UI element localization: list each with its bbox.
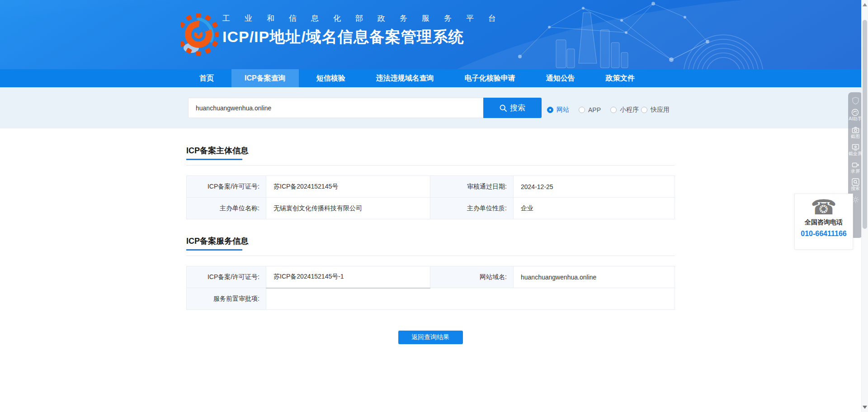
field-value: 苏ICP备2024152145号-1: [266, 266, 430, 288]
radio-dot-icon: [547, 107, 553, 113]
table-row: ICP备案/许可证号: 苏ICP备2024152145号 审核通过日期: 202…: [187, 176, 675, 198]
field-label: 服务前置审批项:: [187, 288, 266, 310]
search-tool-icon[interactable]: 搜索: [851, 178, 860, 192]
subject-section-title: ICP备案主体信息: [186, 145, 675, 156]
service-section-title: ICP备案服务信息: [186, 236, 675, 246]
contact-phone-number[interactable]: 010-66411166: [795, 230, 853, 238]
subject-info-table: ICP备案/许可证号: 苏ICP备2024152145号 审核通过日期: 202…: [186, 175, 675, 219]
scrollbar-thumb[interactable]: [863, 20, 867, 229]
field-value: 2024-12-25: [514, 176, 675, 198]
radio-mini-program[interactable]: 小程序: [610, 106, 639, 114]
main-nav: 首页 ICP备案查询 短信核验 违法违规域名查询 电子化核验申请 通知公告 政策…: [0, 69, 868, 87]
nav-item-illegal-domain-query[interactable]: 违法违规域名查询: [363, 69, 447, 87]
radio-website[interactable]: 网站: [547, 106, 569, 114]
service-info-table: ICP备案/许可证号: 苏ICP备2024152145号-1 网站域名: hua…: [186, 266, 675, 310]
service-info-block: ICP备案服务信息 ICP备案/许可证号: 苏ICP备2024152145号-1…: [186, 236, 675, 310]
section-divider: [186, 165, 675, 166]
search-type-radio-group: 网站 APP 小程序 快应用: [547, 106, 670, 114]
screen-record-icon[interactable]: 录屏: [851, 161, 860, 175]
radio-dot-icon: [641, 107, 647, 113]
city-skyline-decoration: [511, 0, 791, 69]
radio-quick-app[interactable]: 快应用: [641, 106, 670, 114]
nav-item-icp-query[interactable]: ICP备案查询: [231, 69, 299, 87]
field-label: 网站域名:: [430, 266, 514, 288]
field-label: 审核通过日期:: [430, 176, 514, 198]
field-label: 主办单位名称:: [187, 198, 266, 219]
field-label: ICP备案/许可证号:: [187, 176, 266, 198]
nav-item-home[interactable]: 首页: [186, 69, 227, 87]
ai-assistant-icon[interactable]: AI助手: [849, 109, 862, 122]
nav-item-e-verify-apply[interactable]: 电子化核验申请: [452, 69, 528, 87]
section-divider: [186, 256, 675, 256]
search-input[interactable]: [188, 98, 483, 118]
icp-gear-logo: [180, 12, 218, 56]
site-header: 工业和信息化部政务服务平台 ICP/IP地址/域名信息备案管理系统: [0, 0, 868, 69]
field-value: [266, 288, 675, 310]
ministry-title: 工业和信息化部政务服务平台: [222, 13, 510, 24]
scrollbar-down-arrow-icon[interactable]: [863, 406, 867, 409]
shield-icon[interactable]: [852, 97, 859, 104]
field-label: ICP备案/许可证号:: [187, 266, 266, 288]
radio-dot-icon: [610, 107, 617, 113]
browser-scrollbar[interactable]: [861, 0, 868, 412]
search-button-label: 搜索: [510, 103, 525, 113]
field-value: 企业: [514, 198, 675, 219]
contact-title: 全国咨询电话: [795, 218, 853, 227]
field-label: 主办单位性质:: [430, 198, 514, 219]
radio-dot-icon: [579, 107, 585, 113]
nav-item-policy-files[interactable]: 政策文件: [593, 69, 648, 87]
title-accent-bar: [186, 159, 242, 160]
nav-item-sms-verify[interactable]: 短信核验: [303, 69, 359, 87]
screenshot-icon[interactable]: 截图: [851, 126, 860, 140]
field-value: 苏ICP备2024152145号: [266, 176, 430, 198]
title-accent-bar: [186, 249, 242, 251]
contact-card: ☎ 全国咨询电话 010-66411166: [794, 194, 853, 250]
field-value: 无锡寰创文化传播科技有限公司: [266, 198, 430, 219]
system-title: ICP/IP地址/域名信息备案管理系统: [222, 27, 510, 47]
fullscreen-capture-icon[interactable]: 截全屏: [849, 143, 862, 157]
table-row: 服务前置审批项:: [187, 288, 675, 310]
field-value: huanchuangwenhua.online: [514, 266, 675, 288]
subject-info-block: ICP备案主体信息 ICP备案/许可证号: 苏ICP备2024152145号 审…: [186, 145, 675, 219]
radio-app[interactable]: APP: [579, 106, 601, 114]
main-content: ICP备案主体信息 ICP备案/许可证号: 苏ICP备2024152145号 审…: [186, 128, 675, 344]
search-button[interactable]: 搜索: [483, 98, 542, 118]
telephone-icon: ☎: [795, 196, 853, 218]
scrollbar-up-arrow-icon[interactable]: [863, 3, 867, 6]
back-to-results-button[interactable]: 返回查询结果: [398, 331, 463, 344]
table-row: ICP备案/许可证号: 苏ICP备2024152145号-1 网站域名: hua…: [187, 266, 675, 288]
table-row: 主办单位名称: 无锡寰创文化传播科技有限公司 主办单位性质: 企业: [187, 198, 675, 219]
search-section: 搜索 网站 APP 小程序 快应用: [0, 87, 868, 128]
nav-item-notices[interactable]: 通知公告: [533, 69, 588, 87]
search-icon: [500, 104, 507, 112]
